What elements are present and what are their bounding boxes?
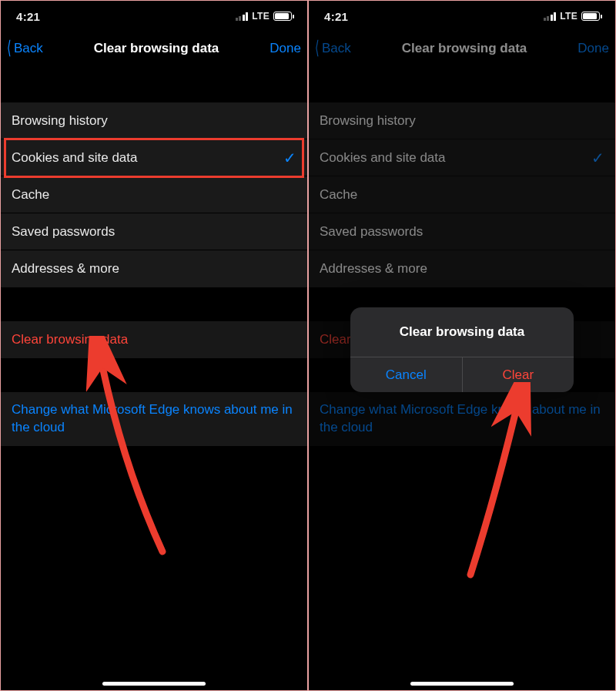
cloud-data-link[interactable]: Change what Microsoft Edge knows about m… <box>1 392 307 446</box>
dialog-title: Clear browsing data <box>350 307 574 357</box>
list-item-browsing-history[interactable]: Browsing history <box>1 102 307 139</box>
item-label: Browsing history <box>12 113 108 129</box>
battery-icon <box>273 12 292 21</box>
list-item-addresses[interactable]: Addresses & more <box>1 250 307 287</box>
nav-bar: ⟨ Back Clear browsing data Done <box>1 32 307 65</box>
item-label: Browsing history <box>320 113 416 129</box>
item-label: Cache <box>12 187 49 203</box>
confirm-dialog: Clear browsing data Cancel Clear <box>350 307 574 392</box>
item-label: Saved passwords <box>320 224 423 240</box>
screen-left: 4:21 LTE ⟨ Back Clear browsing data Done… <box>0 0 308 691</box>
item-label: Cookies and site data <box>320 150 446 166</box>
item-label: Addresses & more <box>12 261 119 277</box>
chevron-left-icon: ⟨ <box>315 39 319 57</box>
item-label: Cookies and site data <box>12 150 138 166</box>
cancel-button[interactable]: Cancel <box>350 357 463 392</box>
list-item-cookies[interactable]: Cookies and site data ✓ <box>309 139 615 176</box>
done-button[interactable]: Done <box>270 41 301 56</box>
back-label: Back <box>14 41 43 56</box>
back-label: Back <box>322 41 351 56</box>
data-type-list: Browsing history Cookies and site data ✓… <box>1 102 307 287</box>
list-item-saved-passwords[interactable]: Saved passwords <box>309 213 615 250</box>
list-item-saved-passwords[interactable]: Saved passwords <box>1 213 307 250</box>
clear-button[interactable]: Clear <box>463 357 574 392</box>
status-time: 4:21 <box>324 10 348 23</box>
checkmark-icon: ✓ <box>591 149 604 167</box>
done-button[interactable]: Done <box>578 41 609 56</box>
item-label: Cache <box>320 187 357 203</box>
page-title: Clear browsing data <box>402 41 527 56</box>
checkmark-icon: ✓ <box>283 149 296 167</box>
signal-bars-icon <box>236 12 249 21</box>
nav-bar: ⟨ Back Clear browsing data Done <box>309 32 615 65</box>
cloud-data-link[interactable]: Change what Microsoft Edge knows about m… <box>309 392 615 446</box>
status-bar: 4:21 LTE <box>309 1 615 32</box>
chevron-left-icon: ⟨ <box>7 39 11 57</box>
link-label: Change what Microsoft Edge knows about m… <box>12 402 293 434</box>
signal-bars-icon <box>544 12 557 21</box>
list-item-cache[interactable]: Cache <box>309 176 615 213</box>
clear-browsing-data-button[interactable]: Clear browsing data <box>1 321 307 358</box>
network-label: LTE <box>252 11 270 22</box>
back-button[interactable]: ⟨ Back <box>5 39 43 58</box>
link-label: Change what Microsoft Edge knows about m… <box>320 402 601 434</box>
list-item-cookies[interactable]: Cookies and site data ✓ <box>1 139 307 176</box>
battery-icon <box>581 12 600 21</box>
list-item-browsing-history[interactable]: Browsing history <box>309 102 615 139</box>
data-type-list: Browsing history Cookies and site data ✓… <box>309 102 615 287</box>
clear-label: Clear browsing data <box>12 332 128 347</box>
list-item-addresses[interactable]: Addresses & more <box>309 250 615 287</box>
home-indicator[interactable] <box>102 682 206 686</box>
item-label: Saved passwords <box>12 224 115 240</box>
item-label: Addresses & more <box>320 261 427 277</box>
status-time: 4:21 <box>16 10 40 23</box>
network-label: LTE <box>560 11 578 22</box>
status-bar: 4:21 LTE <box>1 1 307 32</box>
page-title: Clear browsing data <box>94 41 219 56</box>
list-item-cache[interactable]: Cache <box>1 176 307 213</box>
screen-right: 4:21 LTE ⟨ Back Clear browsing data Done… <box>308 0 616 691</box>
back-button[interactable]: ⟨ Back <box>313 39 351 58</box>
home-indicator[interactable] <box>410 682 514 686</box>
